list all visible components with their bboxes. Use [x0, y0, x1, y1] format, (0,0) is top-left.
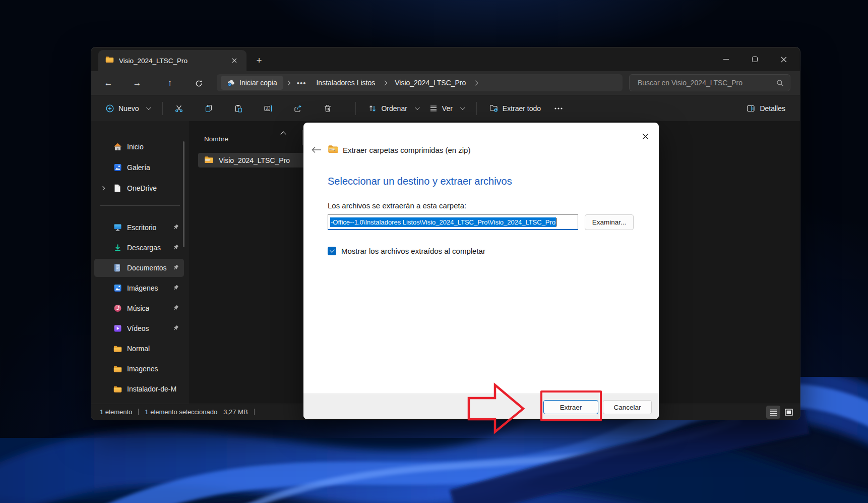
tab-label: Visio_2024_LTSC_Pro [119, 57, 223, 65]
annotation-highlight-rectangle [540, 390, 602, 421]
dialog-close-button[interactable] [637, 129, 654, 144]
breadcrumb-item: Iniciar copia [239, 79, 277, 87]
minimize-button[interactable] [712, 47, 740, 71]
status-divider [138, 409, 139, 415]
view-button-label: Ver [442, 104, 453, 113]
breadcrumb-sync-root[interactable]: Iniciar copia [221, 76, 283, 90]
status-item-count: 1 elemento [100, 408, 132, 416]
breadcrumb-overflow[interactable]: ••• [293, 79, 311, 87]
plus-circle-icon [106, 104, 114, 113]
details-pane-icon [747, 104, 755, 113]
divider [476, 102, 477, 115]
sort-ascending-icon [280, 131, 286, 137]
sidebar-item-descargas[interactable]: Descargas [94, 239, 184, 257]
delete-button[interactable] [319, 99, 337, 118]
sidebar-item-escritorio[interactable]: Escritorio [94, 218, 184, 237]
arrow-left-icon [312, 146, 322, 153]
pin-icon [172, 305, 179, 313]
breadcrumb: Iniciar copia ••• Instaladores Listos Vi… [217, 74, 623, 91]
downloads-icon [113, 244, 122, 252]
sidebar-item-imagenes-folder[interactable]: Imagenes [94, 360, 184, 378]
rename-button[interactable]: A [259, 99, 277, 118]
cancel-button[interactable]: Cancelar [603, 400, 652, 414]
svg-text:A: A [266, 106, 269, 110]
dialog-back-button[interactable] [312, 144, 325, 155]
new-tab-button[interactable]: + [252, 53, 267, 68]
paste-button[interactable] [229, 99, 247, 118]
rename-icon: A [264, 104, 273, 113]
copy-button[interactable] [200, 99, 218, 118]
text-caret [556, 218, 556, 227]
folder-icon [113, 365, 122, 373]
details-view-button[interactable] [766, 406, 780, 419]
sidebar-item-instalador[interactable]: Instalador-de-M [94, 380, 184, 398]
sidebar-item-normal[interactable]: Normal [94, 340, 184, 358]
maximize-button[interactable] [740, 47, 769, 71]
sort-icon [368, 104, 377, 113]
sort-button-label: Ordenar [381, 104, 407, 113]
sidebar-item-galeria[interactable]: Galería [94, 158, 184, 177]
divider [355, 102, 356, 115]
new-button[interactable]: Nuevo [100, 99, 155, 118]
pin-icon [172, 285, 179, 293]
share-button[interactable] [289, 99, 307, 118]
checkbox-label: Mostrar los archivos extraídos al comple… [341, 247, 485, 255]
music-icon [113, 304, 122, 313]
up-button[interactable]: ↑ [162, 75, 178, 91]
maximize-icon [752, 57, 758, 62]
sidebar-item-documentos[interactable]: Documentos [94, 259, 184, 277]
pin-icon [172, 224, 179, 232]
sidebar-item-onedrive[interactable]: OneDrive [94, 179, 184, 197]
sidebar-item-musica[interactable]: Música [94, 299, 184, 317]
destination-path-input[interactable]: -Office--1.0\Instaladores Listos\Visio_2… [328, 214, 578, 230]
details-pane-button[interactable]: Detalles [741, 99, 791, 118]
paste-icon [234, 104, 242, 113]
extract-all-button[interactable]: Extraer todo [484, 99, 546, 118]
refresh-button[interactable] [191, 75, 207, 91]
checkbox-checked-icon[interactable] [328, 247, 336, 255]
cut-button[interactable] [170, 99, 188, 118]
status-selection-size: 3,27 MB [223, 408, 247, 416]
breadcrumb-item[interactable]: Visio_2024_LTSC_Pro [390, 79, 471, 87]
icons-view-button[interactable] [782, 406, 796, 419]
gallery-icon [113, 163, 122, 172]
explorer-tab[interactable]: Visio_2024_LTSC_Pro [98, 50, 246, 71]
sidebar-scrollbar[interactable] [183, 141, 184, 247]
sidebar-item-inicio[interactable]: Inicio [94, 138, 184, 156]
search-icon [776, 79, 784, 87]
details-pane-label: Detalles [760, 104, 785, 113]
close-icon [642, 133, 649, 140]
navigation-bar: ← → ↑ Iniciar copia ••• Instaladores Lis… [91, 71, 800, 95]
new-button-label: Nuevo [118, 104, 139, 113]
details-view-icon [770, 409, 777, 416]
divider [162, 102, 163, 115]
sidebar-item-videos[interactable]: Vídeos [94, 319, 184, 338]
chevron-down-icon [415, 105, 420, 110]
breadcrumb-item[interactable]: Instaladores Listos [311, 79, 380, 87]
sort-button[interactable]: Ordenar [363, 99, 423, 118]
column-header-name[interactable]: Nombre [204, 135, 228, 143]
tab-strip: Visio_2024_LTSC_Pro + [91, 47, 800, 71]
forward-button[interactable]: → [129, 75, 145, 91]
documents-icon [113, 264, 122, 272]
zip-folder-icon [328, 145, 339, 155]
pin-icon [172, 244, 179, 252]
zip-folder-icon [204, 156, 214, 165]
folder-icon [113, 345, 122, 353]
pin-icon [172, 325, 179, 333]
browse-button[interactable]: Examinar... [585, 214, 634, 230]
back-button[interactable]: ← [100, 75, 116, 91]
close-button[interactable] [769, 47, 798, 71]
more-options-button[interactable] [549, 99, 568, 118]
chevron-down-icon [146, 105, 151, 110]
annotation-arrow [464, 377, 529, 439]
column-divider[interactable] [302, 130, 302, 145]
sidebar-item-imagenes[interactable]: Imágenes [94, 279, 184, 297]
view-button[interactable]: Ver [424, 99, 469, 118]
folder-icon [113, 385, 122, 394]
show-files-checkbox-row[interactable]: Mostrar los archivos extraídos al comple… [328, 247, 485, 255]
chevron-expand-icon[interactable] [101, 186, 105, 190]
search-box[interactable]: Buscar en Visio_2024_LTSC_Pro [629, 74, 790, 91]
chevron-down-icon [460, 105, 465, 110]
tab-close-icon[interactable] [228, 54, 240, 67]
